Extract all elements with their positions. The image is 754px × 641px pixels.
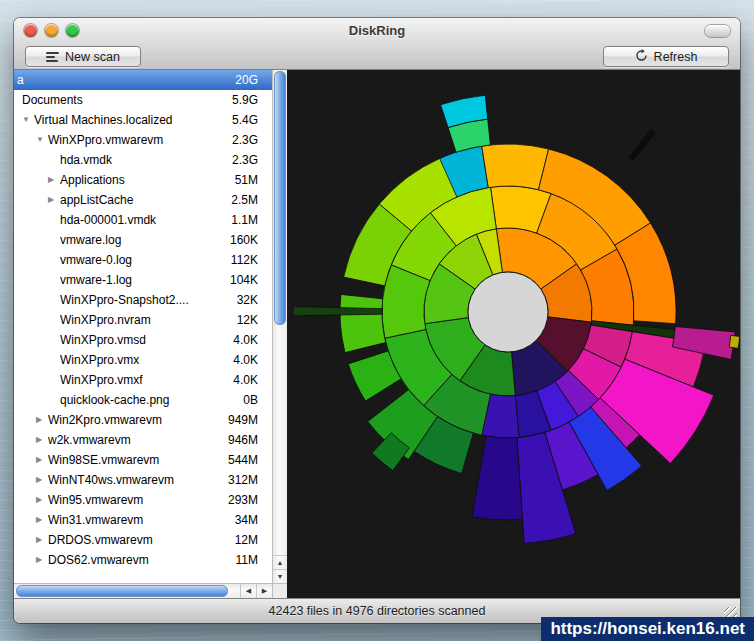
list-item[interactable]: ▶w2k.vmwarevm946M — [14, 430, 272, 450]
file-size: 12K — [231, 313, 272, 327]
vertical-scrollbar-thumb[interactable] — [274, 71, 286, 325]
file-name: Win98SE.vmwarevm — [48, 453, 222, 467]
sunburst-chart[interactable] — [287, 70, 740, 598]
toolbar-toggle-button[interactable] — [705, 25, 730, 37]
chart-area — [287, 70, 740, 598]
file-size: 312M — [222, 473, 272, 487]
new-scan-label: New scan — [65, 50, 120, 64]
file-name: vmware.log — [60, 233, 224, 247]
file-name: DOS62.vmwarevm — [48, 553, 230, 567]
file-name: a — [17, 73, 229, 87]
file-name: WinNT40ws.vmwarevm — [48, 473, 222, 487]
disclosure-closed-icon[interactable]: ▶ — [36, 490, 48, 510]
window-title: DiskRing — [14, 23, 740, 38]
disclosure-closed-icon[interactable]: ▶ — [36, 450, 48, 470]
scroll-up-button[interactable]: ▲ — [273, 555, 287, 569]
disclosure-open-icon[interactable]: ▼ — [22, 110, 34, 130]
list-item[interactable]: ▶Win31.vmwarevm34M — [14, 510, 272, 530]
scroll-down-button[interactable]: ▼ — [273, 569, 287, 583]
file-size: 544M — [222, 453, 272, 467]
list-item[interactable]: ▼WinXPpro.vmwarevm2.3G — [14, 130, 272, 150]
disclosure-open-icon[interactable]: ▼ — [36, 130, 48, 150]
file-list: a20GDocuments5.9G▼Virtual Machines.local… — [14, 70, 272, 583]
file-size: 32K — [231, 293, 272, 307]
minimize-button[interactable] — [45, 24, 58, 37]
refresh-label: Refresh — [654, 50, 698, 64]
list-item[interactable]: a20G — [14, 70, 272, 90]
window-content: a20GDocuments5.9G▼Virtual Machines.local… — [14, 70, 740, 598]
list-item[interactable]: ▶Win95.vmwarevm293M — [14, 490, 272, 510]
file-size: 4.0K — [227, 333, 272, 347]
file-name: w2k.vmwarevm — [48, 433, 222, 447]
disclosure-closed-icon[interactable]: ▶ — [48, 190, 60, 210]
file-name: Documents — [22, 93, 226, 107]
list-item[interactable]: vmware.log160K — [14, 230, 272, 250]
horizontal-scrollbar-thumb[interactable] — [16, 585, 228, 597]
list-item[interactable]: ▶DRDOS.vmwarevm12M — [14, 530, 272, 550]
window-chrome: DiskRing New scan Refresh — [14, 18, 740, 70]
file-name: Applications — [60, 173, 229, 187]
file-size: 946M — [222, 433, 272, 447]
chart-segment[interactable] — [340, 294, 386, 352]
chart-segment[interactable] — [482, 144, 549, 190]
chart-center[interactable] — [468, 272, 548, 352]
file-size: 0B — [237, 393, 272, 407]
disclosure-closed-icon[interactable]: ▶ — [36, 550, 48, 570]
horizontal-scrollbar[interactable]: ◀ ▶ — [14, 583, 272, 598]
new-scan-button[interactable]: New scan — [25, 46, 141, 67]
list-item[interactable]: WinXPpro.vmxf4.0K — [14, 370, 272, 390]
file-name: hda-000001.vmdk — [60, 213, 225, 227]
file-name: quicklook-cache.png — [60, 393, 237, 407]
list-item[interactable]: ▶DOS62.vmwarevm11M — [14, 550, 272, 570]
file-size: 4.0K — [227, 373, 272, 387]
scrollbar-corner — [272, 583, 287, 598]
zoom-button[interactable] — [66, 24, 79, 37]
list-item[interactable]: ▶WinNT40ws.vmwarevm312M — [14, 470, 272, 490]
file-size: 160K — [224, 233, 272, 247]
file-name: Virtual Machines.localized — [34, 113, 226, 127]
refresh-icon — [635, 49, 648, 65]
list-item[interactable]: WinXPpro.vmx4.0K — [14, 350, 272, 370]
chart-segment[interactable] — [629, 129, 656, 161]
list-item[interactable]: Documents5.9G — [14, 90, 272, 110]
disclosure-closed-icon[interactable]: ▶ — [36, 530, 48, 550]
file-name: WinXPpro.vmx — [60, 353, 227, 367]
file-name: Win31.vmwarevm — [48, 513, 229, 527]
titlebar[interactable]: DiskRing — [14, 18, 740, 43]
desktop-background: DiskRing New scan Refresh — [0, 0, 754, 641]
chart-segment[interactable] — [729, 335, 740, 348]
file-size: 11M — [230, 553, 272, 567]
list-item[interactable]: WinXPpro.vmsd4.0K — [14, 330, 272, 350]
close-button[interactable] — [24, 24, 37, 37]
list-item[interactable]: ▶Win2Kpro.vmwarevm949M — [14, 410, 272, 430]
list-item[interactable]: WinXPpro.nvram12K — [14, 310, 272, 330]
list-item[interactable]: hda-000001.vmdk1.1M — [14, 210, 272, 230]
scroll-right-button[interactable]: ▶ — [256, 584, 272, 598]
refresh-button[interactable]: Refresh — [603, 46, 729, 67]
disclosure-closed-icon[interactable]: ▶ — [36, 470, 48, 490]
file-size: 104K — [224, 273, 272, 287]
file-name: vmware-1.log — [60, 273, 224, 287]
file-size: 293M — [222, 493, 272, 507]
list-item[interactable]: quicklook-cache.png0B — [14, 390, 272, 410]
list-item[interactable]: ▶Win98SE.vmwarevm544M — [14, 450, 272, 470]
disclosure-closed-icon[interactable]: ▶ — [36, 430, 48, 450]
file-size: 112K — [225, 253, 272, 267]
list-item[interactable]: WinXPpro-Snapshot2....32K — [14, 290, 272, 310]
disclosure-closed-icon[interactable]: ▶ — [36, 410, 48, 430]
list-item[interactable]: vmware-1.log104K — [14, 270, 272, 290]
chart-segment[interactable] — [472, 436, 523, 520]
window-controls — [14, 24, 79, 37]
file-name: Win95.vmwarevm — [48, 493, 222, 507]
scroll-left-button[interactable]: ◀ — [240, 584, 256, 598]
vertical-scrollbar[interactable]: ▲ ▼ — [272, 70, 287, 583]
file-size: 5.9G — [226, 93, 272, 107]
list-item[interactable]: ▶Applications51M — [14, 170, 272, 190]
list-item[interactable]: hda.vmdk2.3G — [14, 150, 272, 170]
list-item[interactable]: ▶appListCache2.5M — [14, 190, 272, 210]
disclosure-closed-icon[interactable]: ▶ — [48, 170, 60, 190]
disclosure-closed-icon[interactable]: ▶ — [36, 510, 48, 530]
status-text: 42423 files in 4976 directories scanned — [269, 604, 486, 618]
list-item[interactable]: ▼Virtual Machines.localized5.4G — [14, 110, 272, 130]
list-item[interactable]: vmware-0.log112K — [14, 250, 272, 270]
